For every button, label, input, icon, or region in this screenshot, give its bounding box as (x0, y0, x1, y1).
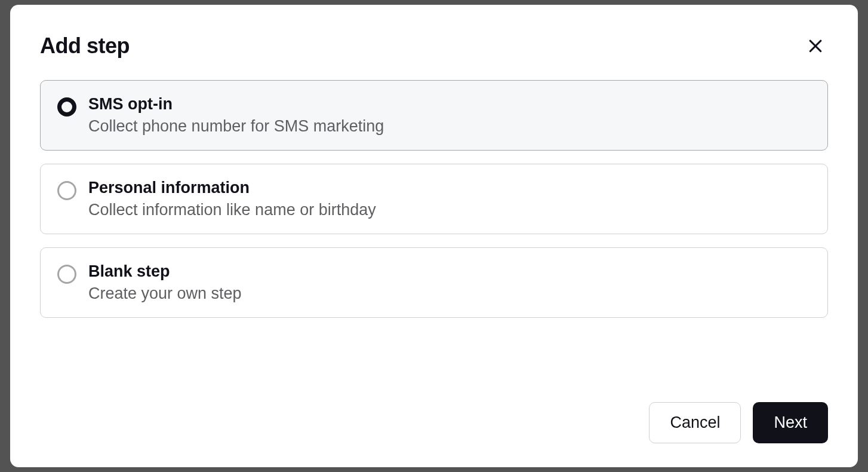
radio-indicator (57, 265, 76, 284)
option-desc: Create your own step (88, 284, 242, 303)
option-text: Blank step Create your own step (88, 262, 242, 303)
option-text: SMS opt-in Collect phone number for SMS … (88, 95, 384, 136)
modal-footer: Cancel Next (40, 402, 828, 443)
close-icon (807, 37, 824, 55)
option-title: Personal information (88, 179, 376, 197)
option-title: SMS opt-in (88, 95, 384, 114)
modal-title: Add step (40, 33, 130, 59)
next-button[interactable]: Next (753, 402, 828, 443)
step-options-list: SMS opt-in Collect phone number for SMS … (40, 80, 828, 318)
option-blank-step[interactable]: Blank step Create your own step (40, 247, 828, 318)
radio-indicator (57, 181, 76, 200)
option-desc: Collect information like name or birthda… (88, 201, 376, 219)
modal-header: Add step (40, 33, 828, 59)
option-personal-information[interactable]: Personal information Collect information… (40, 164, 828, 234)
option-sms-opt-in[interactable]: SMS opt-in Collect phone number for SMS … (40, 80, 828, 151)
close-button[interactable] (803, 33, 828, 59)
option-desc: Collect phone number for SMS marketing (88, 117, 384, 136)
add-step-modal: Add step SMS opt-in Collect phone number… (10, 5, 858, 467)
cancel-button[interactable]: Cancel (649, 402, 741, 443)
radio-indicator (57, 97, 76, 117)
option-text: Personal information Collect information… (88, 179, 376, 219)
option-title: Blank step (88, 262, 242, 281)
